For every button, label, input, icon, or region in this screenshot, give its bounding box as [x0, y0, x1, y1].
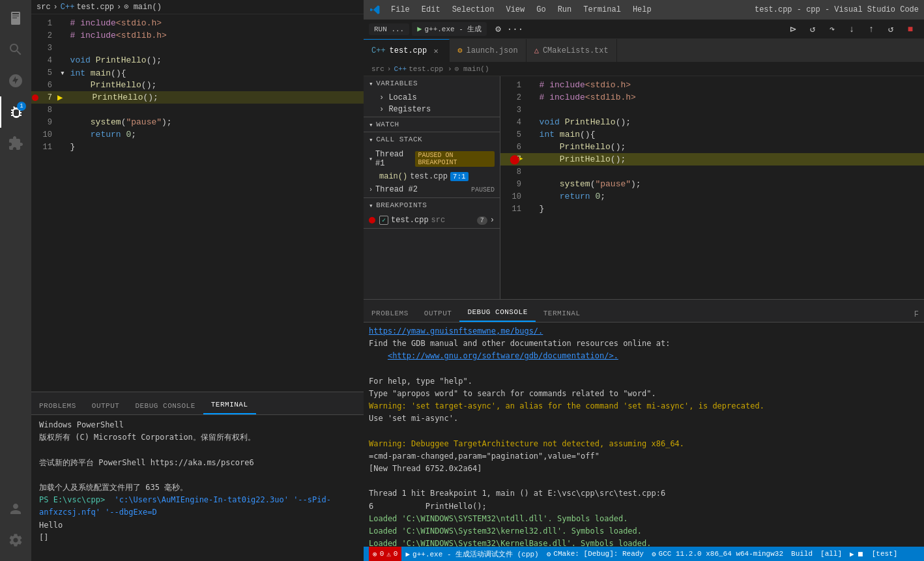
editor-line-1: 1 # include<stdio.h>: [500, 79, 924, 91]
watch-header[interactable]: ▾ WATCH: [364, 117, 500, 132]
all-label: [all]: [820, 550, 842, 558]
menu-view[interactable]: View: [500, 3, 530, 16]
left-code-area: 1 # include<stdio.h> 2 # include<stdlib.…: [31, 14, 364, 392]
activity-bar-debug[interactable]: 1: [0, 96, 31, 128]
gcc-label: GCC 11.2.0 x86_64 w64-mingw32: [659, 550, 783, 558]
debug-step-over-icon[interactable]: ↷: [824, 22, 840, 37]
debug-out-help: For help, type "help".: [369, 375, 919, 388]
term-line-6: 加载个人及系统配置文件用了 635 毫秒。: [39, 482, 356, 494]
editor-tabs: C++ test.cpp ✕ ⚙ launch.json △ CMakeList…: [364, 39, 924, 62]
editor-line-3: 3: [500, 104, 924, 116]
left-side: src › C++ test.cpp › ⊙ main() 1 # includ…: [31, 0, 364, 561]
bp-src-label: src: [431, 216, 446, 225]
status-cmake[interactable]: ⚙ CMake: [Debug]: Ready: [543, 547, 648, 561]
status-gcc[interactable]: ⚙ GCC 11.2.0 x86_64 w64-mingw32: [648, 547, 787, 561]
status-test[interactable]: [test]: [868, 547, 902, 561]
tab-json-icon: ⚙: [457, 46, 462, 55]
activity-bar-explorer[interactable]: [0, 3, 31, 34]
terminal-content-area: Windows PowerShell 版权所有 (C) Microsoft Co…: [31, 415, 364, 561]
bp-check-icon: ✓: [379, 216, 388, 225]
menu-run[interactable]: Run: [553, 3, 577, 16]
editor-line-6: 6 PrintHello();: [500, 141, 924, 153]
debug-refresh-icon[interactable]: ↺: [805, 22, 820, 37]
callstack-thread2[interactable]: › Thread #2 PAUSED: [364, 183, 500, 196]
tab-cmake-icon: △: [534, 46, 539, 55]
activity-bar-extensions[interactable]: [0, 128, 31, 159]
debug-start-btn[interactable]: ▶ g++.exe - 生成: [412, 22, 487, 36]
status-debug-config[interactable]: ▶ g++.exe - 生成活动调试文件 (cpp): [401, 547, 542, 561]
tab-cmakelists[interactable]: △ CMakeLists.txt: [527, 39, 617, 62]
menu-file[interactable]: File: [386, 3, 415, 16]
debug-tab-output[interactable]: OUTPUT: [416, 305, 460, 322]
term-line-9: []: [39, 532, 356, 544]
frame-line-badge: 7:1: [450, 172, 469, 181]
error-count: 0: [380, 550, 384, 558]
more-options-icon[interactable]: ···: [507, 22, 523, 37]
debug-tab-console[interactable]: DEBUG CONSOLE: [459, 304, 535, 322]
activity-bar-search[interactable]: [0, 34, 31, 65]
tab-test-cpp[interactable]: C++ test.cpp ✕: [364, 39, 450, 62]
frame-file-label: test.cpp: [410, 172, 448, 181]
test-label: [test]: [872, 550, 898, 558]
code-line-7: 7 ▶ PrintHello();: [31, 91, 364, 104]
tab-terminal[interactable]: TERMINAL: [203, 396, 256, 414]
debug-filter-icon: F: [914, 310, 919, 319]
code-line-11: 11 }: [31, 141, 364, 153]
watch-section: ▾ WATCH: [364, 117, 500, 132]
debug-out-warn2: Warning: Debuggee TargetArchitecture not…: [369, 438, 919, 450]
debug-step-into-icon[interactable]: ↓: [844, 22, 859, 37]
bp-expand-icon[interactable]: ›: [490, 216, 495, 225]
activity-bar-account[interactable]: [0, 493, 31, 525]
menu-edit[interactable]: Edit: [416, 3, 446, 16]
activity-bar-git[interactable]: [0, 65, 31, 96]
settings-gear-icon[interactable]: ⚙: [490, 22, 506, 37]
run-config-btn[interactable]: RUN ...: [369, 23, 409, 35]
status-run-icons[interactable]: ▶ ⏹: [846, 547, 868, 561]
breakpoints-content: ✓ test.cpp src 7 ›: [364, 212, 500, 228]
debug-restart-icon[interactable]: ↺: [883, 22, 899, 37]
status-errors[interactable]: ⊗ 0 ⚠ 0: [369, 547, 401, 561]
callstack-label: CALL STACK: [376, 136, 422, 143]
menu-go[interactable]: Go: [531, 3, 551, 16]
callstack-frame-main[interactable]: main() test.cpp 7:1: [364, 170, 500, 183]
menu-selection[interactable]: Selection: [447, 3, 500, 16]
debug-step-out-icon[interactable]: ↑: [863, 22, 879, 37]
tab-test-cpp-close[interactable]: ✕: [431, 46, 441, 56]
editor-line-11: 11 }: [500, 203, 924, 215]
debug-tab-terminal[interactable]: TERMINAL: [536, 305, 588, 322]
breakpoints-header[interactable]: ▾ BREAKPOINTS: [364, 198, 500, 212]
debug-continue-icon[interactable]: ⊳: [785, 22, 801, 37]
activity-bar-settings[interactable]: [0, 525, 31, 556]
editor-line-5: 5 int main(){: [500, 128, 924, 141]
activity-bar: 1: [0, 0, 31, 561]
gcc-icon: ⚙: [652, 550, 656, 558]
bp-count-badge: 7: [477, 216, 487, 225]
tab-output[interactable]: OUTPUT: [84, 397, 128, 414]
registers-item[interactable]: › Registers: [364, 104, 500, 115]
bp-dot-icon: [369, 217, 375, 223]
breakpoint-item-1[interactable]: ✓ test.cpp src 7 ›: [364, 214, 500, 227]
menu-help[interactable]: Help: [628, 3, 657, 16]
variables-section: ▾ VARIABLES › Locals › Registers: [364, 76, 500, 117]
editor-line-8: 8: [500, 165, 924, 178]
tab-problems[interactable]: PROBLEMS: [31, 397, 84, 414]
main-area: 1 src ›: [0, 0, 924, 561]
debug-stop-icon[interactable]: ■: [902, 22, 918, 37]
menu-terminal[interactable]: Terminal: [578, 3, 626, 16]
vscode-titlebar: File Edit Selection View Go Run Terminal…: [364, 0, 924, 20]
status-all[interactable]: [all]: [816, 547, 846, 561]
debug-tab-problems[interactable]: PROBLEMS: [364, 305, 416, 322]
callstack-header[interactable]: ▾ CALL STACK: [364, 132, 500, 147]
locals-item[interactable]: › Locals: [364, 92, 500, 104]
thread2-status: PAUSED: [471, 186, 495, 194]
code-line-6: 6 PrintHello();: [31, 79, 364, 91]
editor-line-7: 7 ⬤ ➤ PrintHello();: [500, 153, 924, 165]
callstack-thread1[interactable]: ▾ Thread #1 PAUSED ON BREAKPOINT: [364, 148, 500, 170]
tab-launch-json[interactable]: ⚙ launch.json: [450, 39, 526, 62]
breakpoint-dot: [32, 94, 38, 101]
variables-header[interactable]: ▾ VARIABLES: [364, 76, 500, 91]
status-build[interactable]: Build: [787, 547, 816, 561]
tab-debug-console[interactable]: DEBUG CONSOLE: [127, 397, 203, 414]
term-line-7: PS E:\vsc\cpp> 'c:\Users\AuMIEngine-In-t…: [39, 494, 356, 519]
run-icon: ▶: [850, 550, 854, 558]
